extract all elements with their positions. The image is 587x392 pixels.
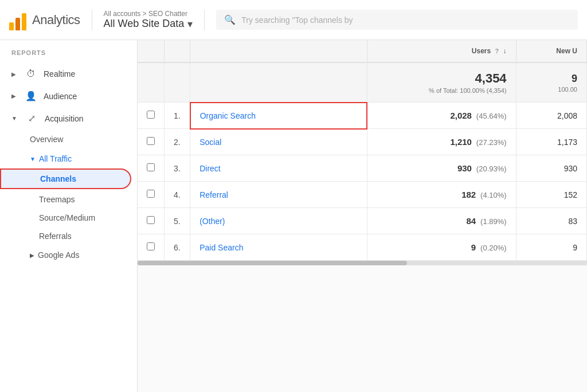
users-cell: 2,028 (45.64%) [367,103,516,129]
row-number: 2. [165,129,190,155]
search-icon: 🔍 [224,14,236,25]
channel-cell-organic[interactable]: Organic Search [190,103,367,129]
channel-cell[interactable]: Direct [190,155,367,182]
channel-link-organic[interactable]: Organic Search [200,111,256,120]
breadcrumb-area: All accounts > SEO Chatter All Web Site … [92,10,205,30]
sidebar-item-audience[interactable]: ▶ 👤 Audience [0,85,137,107]
row-checkbox[interactable] [147,242,155,250]
property-selector[interactable]: All Web Site Data ▾ [104,18,193,30]
users-pct: (0.20%) [480,244,507,252]
sidebar-item-treemaps[interactable]: Treemaps [0,190,137,209]
sidebar-item-channels[interactable]: Channels [0,168,131,189]
all-traffic-label: All Traffic [39,154,72,163]
channel-cell[interactable]: Paid Search [190,234,367,261]
table-row: 1. Organic Search 2,028 (45.64%) 2,008 [138,103,587,129]
channel-link-other[interactable]: (Other) [199,217,225,226]
sidebar-item-google-ads[interactable]: ▶ Google Ads [0,245,137,265]
scrollbar-thumb[interactable] [138,261,407,265]
sidebar-item-source-medium[interactable]: Source/Medium [0,209,137,227]
audience-icon: 👤 [25,91,37,101]
channel-cell[interactable]: Social [190,129,367,155]
channel-link-referral[interactable]: Referral [199,190,228,199]
sidebar-item-overview[interactable]: Overview [0,130,137,149]
users-value: 1,210 [450,137,472,147]
horizontal-scrollbar[interactable] [138,261,587,265]
data-table: Users ? ↓ New U 4,354 [138,40,587,261]
row-checkbox[interactable] [147,163,155,171]
th-users[interactable]: Users ? ↓ [367,40,516,62]
all-traffic-subnav: Channels Treemaps Source/Medium Referral… [0,168,137,245]
table-total-row: 4,354 % of Total: 100.00% (4,354) 9 100.… [138,62,587,103]
search-bar[interactable]: 🔍 Try searching "Top channels by [216,10,578,30]
total-label-cell [190,62,367,103]
row-checkbox[interactable] [147,216,155,224]
audience-label: Audience [44,92,77,101]
sidebar-item-all-traffic[interactable]: ▼ All Traffic [0,149,137,168]
google-ads-label: Google Ads [38,250,79,260]
row-checkbox-cell[interactable] [138,103,165,129]
chevron-icon: ▶ [11,93,16,99]
total-users-cell: 4,354 % of Total: 100.00% (4,354) [367,62,516,103]
chevron-down-icon: ▼ [30,156,36,162]
users-pct: (45.64%) [476,112,507,120]
newusers-cell: 9 [516,234,586,261]
channel-cell[interactable]: Referral [190,182,367,208]
logo-area: Analytics [9,10,92,30]
sidebar: REPORTS ▶ ⏱ Realtime ▶ 👤 Audience ▼ ⤢ Ac… [0,40,138,392]
table-row: 3. Direct 930 (20.93%) 930 [138,155,587,182]
row-checkbox[interactable] [147,190,155,198]
users-pct: (20.93%) [476,164,507,173]
users-cell: 84 (1.89%) [367,208,516,234]
channel-link-direct[interactable]: Direct [199,164,221,173]
property-name: All Web Site Data [104,18,185,30]
row-checkbox-cell[interactable] [138,234,165,261]
th-checkbox [138,40,165,62]
row-checkbox[interactable] [147,111,155,119]
row-checkbox-cell[interactable] [138,208,165,234]
users-cell: 1,210 (27.23%) [367,129,516,155]
reports-section-label: REPORTS [0,49,137,63]
chevron-down-icon: ▼ [11,115,17,121]
acquisition-label: Acquisition [45,114,84,123]
treemaps-label: Treemaps [39,195,75,204]
sidebar-item-referrals[interactable]: Referrals [0,227,137,245]
source-medium-label: Source/Medium [39,213,95,222]
app-name: Analytics [32,13,80,28]
chevron-icon: ▶ [11,71,16,77]
row-number: 6. [165,234,190,261]
users-value: 9 [471,242,476,252]
channel-link-social[interactable]: Social [199,138,221,147]
realtime-label: Realtime [44,69,75,79]
total-newusers-value: 9 [526,73,577,85]
total-checkbox-cell [138,62,165,103]
users-pct: (27.23%) [476,138,507,147]
table-row: 5. (Other) 84 (1.89%) 83 [138,208,587,234]
users-value: 182 [461,190,476,199]
dropdown-arrow-icon: ▾ [187,18,193,30]
sort-icon: ↓ [503,47,507,55]
newusers-cell: 83 [516,208,586,234]
channel-link-paid-search[interactable]: Paid Search [199,243,243,252]
acquisition-icon: ⤢ [26,113,38,124]
users-pct: (4.10%) [480,191,507,199]
users-value: 930 [457,163,472,173]
row-checkbox-cell[interactable] [138,182,165,208]
table-row: 6. Paid Search 9 (0.20%) 9 [138,234,587,261]
users-pct: (1.89%) [480,217,507,226]
sidebar-item-acquisition[interactable]: ▼ ⤢ Acquisition [0,107,137,130]
app-header: Analytics All accounts > SEO Chatter All… [0,0,587,40]
row-checkbox-cell[interactable] [138,155,165,182]
users-cell: 182 (4.10%) [367,182,516,208]
channel-cell[interactable]: (Other) [190,208,367,234]
total-users-value: 4,354 [377,71,507,86]
total-users-sub: % of Total: 100.00% (4,354) [377,87,507,94]
newusers-cell: 1,173 [516,129,586,155]
sidebar-item-realtime[interactable]: ▶ ⏱ Realtime [0,63,137,85]
main-layout: REPORTS ▶ ⏱ Realtime ▶ 👤 Audience ▼ ⤢ Ac… [0,40,587,392]
row-checkbox-cell[interactable] [138,129,165,155]
analytics-logo-icon [9,10,26,30]
total-number-cell [165,62,190,103]
realtime-icon: ⏱ [25,69,37,79]
row-checkbox[interactable] [147,137,155,145]
th-newusers[interactable]: New U [516,40,586,62]
